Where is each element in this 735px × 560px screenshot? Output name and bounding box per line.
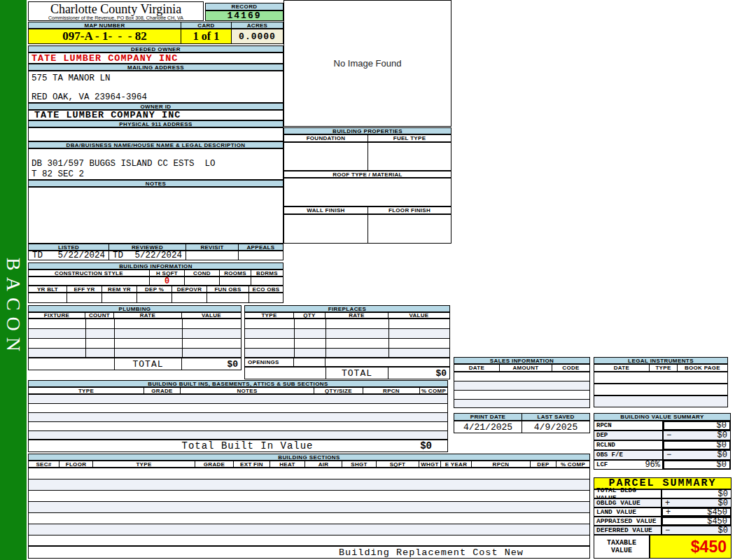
building-replacement-label: Building Replacement Cost New	[319, 547, 543, 558]
bi-rpcn-label: RPCN	[363, 388, 420, 393]
value-summary-row: RPCN $0	[594, 421, 731, 430]
built-ins-total-row: Total Built In Value $0	[28, 440, 448, 452]
fireplaces-divider	[294, 319, 295, 357]
map-number-value: 097-A - 1- - - 82	[29, 29, 181, 43]
fireplaces-total-row: TOTAL $0	[244, 367, 450, 379]
listed-label: LISTED	[29, 244, 109, 250]
revisit-cell	[186, 251, 239, 260]
bs-dep-label: DEP	[531, 461, 556, 467]
commissioner-line: Commissioner of the Revenue, PO Box 308,…	[29, 15, 203, 20]
building-info-header1: CONSTRUCTION STYLE H SQFT COND ROOMS BDR…	[28, 270, 284, 276]
sales-code-label: CODE	[552, 365, 589, 371]
notes-label: NOTES	[28, 180, 284, 187]
plumbing-divider	[182, 319, 183, 357]
ps-value: $450	[707, 507, 727, 517]
rooms-value	[220, 277, 251, 285]
plumbing-total-row: TOTAL $0	[28, 358, 241, 370]
sidebar-district-label: BACON	[0, 231, 27, 385]
print-value-row: 4/21/2025 4/9/2025	[454, 421, 590, 433]
dep-label: DEP %	[137, 286, 172, 292]
roof-label: ROOF TYPE / MATERIAL	[284, 172, 451, 177]
vs-value: $0	[717, 460, 727, 470]
map-value-row: 097-A - 1- - - 82 1 of 1 0.0000	[28, 29, 284, 44]
legal-description-label: DBA/BUISNESS NAME/HOUSE NAME & LEGAL DES…	[28, 141, 284, 148]
building-sections-title: BUILDING SECTIONS	[28, 454, 590, 461]
value-summary-row: DEP −$0	[594, 430, 731, 440]
print-date-label: PRINT DATE	[454, 414, 522, 420]
funobs-value	[207, 293, 249, 302]
plumbing-rows	[28, 318, 241, 358]
county-title: Charlotte County Virginia	[29, 3, 203, 15]
parcel-summary-row: DEFERRED VALUE −$0	[594, 526, 732, 535]
record-label: RECORD	[205, 3, 284, 10]
listed-by: TD	[32, 251, 43, 260]
mailing-line2: RED OAK, VA 23964-3964	[31, 92, 147, 102]
title-box: Charlotte County Virginia Commissioner o…	[28, 1, 204, 21]
depovr-label: DEPOVR	[172, 286, 207, 292]
parcel-summary-row: LAND VALUE +$450	[594, 507, 732, 517]
review-header-row: LISTED REVIEWED REVISIT APPEALS	[28, 244, 284, 251]
bi-notes-label: NOTES	[181, 388, 314, 393]
bs-grade-label: GRADE	[195, 461, 234, 467]
vs-pct: 96%	[645, 460, 660, 470]
listed-cell: TD 5/22/2024	[29, 251, 109, 260]
legal-type-label: TYPE	[650, 365, 678, 371]
fp-value-label: VALUE	[388, 313, 449, 318]
rate-label: RATE	[114, 313, 182, 318]
sales-title: SALES INFORMATION	[454, 357, 590, 364]
remyr-value	[102, 293, 137, 302]
card-label: CARD	[181, 22, 232, 28]
legal-description-box: DB 301/597 BUGGS ISLAND CC ESTS LO T 82 …	[28, 148, 284, 180]
bs-shgt-label: SHGT	[342, 461, 377, 467]
value-summary-row: RCLND $0	[594, 440, 731, 450]
physical-address-label: PHYSICAL 911 ADDRESS	[28, 120, 284, 127]
plumbing-total-value: $0	[182, 358, 241, 370]
record-value: 14169	[205, 10, 284, 21]
vs-label: OBS F/E	[596, 451, 623, 458]
built-ins-rows	[28, 394, 448, 440]
fp-qty-label: QTY	[294, 313, 326, 318]
wall-floor-header: WALL FINISH FLOOR FINISH	[284, 206, 451, 214]
building-info-values2	[28, 293, 284, 303]
legal-instruments-title: LEGAL INSTRUMENTS	[594, 357, 728, 364]
reviewed-by: TD	[113, 251, 123, 260]
dep-value	[137, 293, 172, 302]
roof-header: ROOF TYPE / MATERIAL	[284, 171, 451, 178]
wall-floor-box	[284, 214, 451, 244]
fireplaces-total-value: $0	[388, 368, 449, 379]
hsqft-label: H SQFT	[150, 270, 185, 276]
parcel-summary-row: TOTAL BLDG VALUE $0	[594, 489, 732, 498]
fireplaces-divider	[388, 319, 389, 357]
building-info-values1: 0	[28, 276, 284, 286]
taxable-value-label: TAXABLE VALUE	[594, 535, 650, 559]
acres-value: 0.0000	[232, 29, 283, 43]
yrblt-value	[29, 293, 67, 302]
bs-sqft-label: SQFT	[377, 461, 419, 467]
bs-extfin-label: EXT FIN	[234, 461, 270, 467]
fireplaces-divider	[326, 319, 326, 357]
physical-address-box	[28, 127, 284, 141]
reviewed-cell: TD 5/22/2024	[109, 251, 186, 260]
fireplaces-title: FIREPLACES	[244, 305, 450, 312]
vs-label: RPCN	[596, 422, 612, 429]
fixture-label: FIXTURE	[29, 313, 85, 318]
print-header-row: PRINT DATE LAST SAVED	[454, 413, 590, 421]
construction-style-value	[29, 277, 150, 285]
bs-sec-label: SEC#	[29, 461, 59, 467]
bi-type-label: TYPE	[29, 388, 144, 393]
revisit-label: REVISIT	[186, 244, 239, 250]
legal-row	[594, 396, 728, 407]
building-value-summary-title: BUILDING VALUE SUMMARY	[594, 413, 731, 421]
property-record-card: BACON Charlotte County Virginia Commissi…	[0, 0, 735, 560]
bs-whgt-label: WHGT	[419, 461, 441, 467]
map-header-row: MAP NUMBER CARD ACRES	[28, 22, 284, 29]
fp-type-label: TYPE	[245, 313, 294, 318]
bdrms-label: BDRMS	[251, 270, 283, 276]
cond-label: COND	[185, 270, 220, 276]
vs-label: LCF	[596, 461, 608, 468]
ps-label: LAND VALUE	[596, 508, 636, 516]
remyr-label: REM YR	[102, 286, 137, 292]
roof-box	[284, 178, 451, 206]
owner-id-value: TATE LUMBER COMPANY INC	[28, 110, 284, 120]
rooms-label: ROOMS	[220, 270, 251, 276]
